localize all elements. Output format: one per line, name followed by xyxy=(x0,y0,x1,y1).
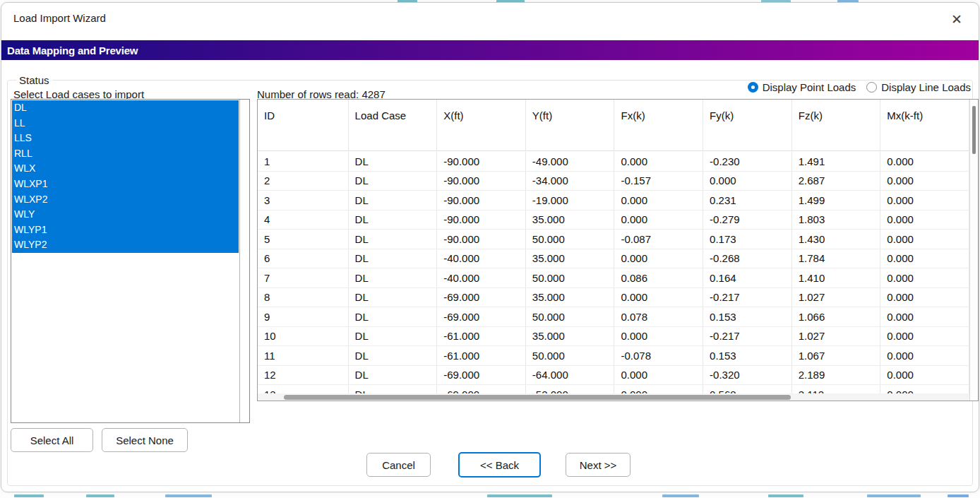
table-cell: 0.000 xyxy=(880,211,969,230)
table-cell: 35.000 xyxy=(526,288,615,307)
table-cell: 0.000 xyxy=(703,172,792,191)
background-artifact xyxy=(662,494,699,497)
column-header[interactable]: Fx(k) xyxy=(614,100,703,150)
column-header[interactable]: Fz(k) xyxy=(792,100,881,150)
table-row[interactable]: 10DL-61.00035.0000.000-0.2171.0270.000 xyxy=(258,327,969,347)
load-case-item[interactable]: LLS xyxy=(12,131,239,146)
table-cell: 0.000 xyxy=(880,172,969,191)
table-cell: 0.000 xyxy=(880,327,969,346)
table-cell: DL xyxy=(349,268,438,287)
horizontal-scrollbar[interactable] xyxy=(258,393,969,401)
column-header[interactable]: Load Case xyxy=(349,100,438,150)
column-header[interactable]: X(ft) xyxy=(437,100,526,150)
table-cell: 2 xyxy=(258,172,349,191)
table-cell: 0.000 xyxy=(614,152,703,171)
table-row[interactable]: 12DL-69.000-64.0000.000-0.3202.1890.000 xyxy=(258,366,969,386)
back-button[interactable]: << Back xyxy=(458,452,541,478)
table-cell: 2.189 xyxy=(792,366,881,385)
table-cell: -61.000 xyxy=(437,327,526,346)
table-cell: -61.000 xyxy=(437,346,526,365)
table-row[interactable]: 2DL-90.000-34.000-0.1570.0002.6870.000 xyxy=(258,172,969,191)
display-point-loads-radio[interactable]: Display Point Loads xyxy=(748,81,856,93)
load-case-items: DLLLLLSRLLWLXWLXP1WLXP2WLYWLYP1WLYP2 xyxy=(12,100,239,253)
table-cell: -90.000 xyxy=(437,172,526,191)
table-row[interactable]: 8DL-69.00035.0000.000-0.2171.0270.000 xyxy=(258,288,969,308)
load-case-item[interactable]: WLX xyxy=(12,161,239,177)
table-cell: 7 xyxy=(258,268,349,287)
table-cell: 50.000 xyxy=(526,268,615,287)
horizontal-scrollbar-thumb[interactable] xyxy=(284,395,791,400)
table-row[interactable]: 1DL-90.000-49.0000.000-0.2301.4910.000 xyxy=(258,152,969,172)
table-cell: -40.000 xyxy=(437,249,526,268)
next-button[interactable]: Next >> xyxy=(566,453,631,477)
load-case-item[interactable]: WLYP2 xyxy=(12,237,239,253)
table-cell: -0.268 xyxy=(703,249,792,268)
background-artifact xyxy=(948,494,969,497)
vertical-scrollbar-thumb[interactable] xyxy=(972,106,976,154)
close-button[interactable]: ✕ xyxy=(946,8,967,30)
table-cell: 0.164 xyxy=(703,268,792,287)
table-row[interactable]: 7DL-40.00050.0000.0860.1641.4100.000 xyxy=(258,268,969,288)
table-row[interactable]: 5DL-90.00050.000-0.0870.1731.4300.000 xyxy=(258,230,969,249)
table-cell: 1.491 xyxy=(792,152,881,171)
table-cell: 0.000 xyxy=(880,268,969,287)
table-cell: -0.217 xyxy=(703,327,792,346)
table-cell: DL xyxy=(349,191,438,210)
table-cell: 1.410 xyxy=(792,268,881,287)
cancel-button[interactable]: Cancel xyxy=(366,453,431,477)
table-row[interactable]: 6DL-40.00035.0000.000-0.2681.7840.000 xyxy=(258,249,969,269)
load-case-item[interactable]: WLY xyxy=(12,207,239,223)
column-header[interactable]: Fy(k) xyxy=(703,100,792,150)
table-cell: 1.067 xyxy=(792,346,881,365)
table-cell: 0.000 xyxy=(880,346,969,365)
column-header[interactable]: Mx(k-ft) xyxy=(880,100,969,150)
table-cell: 35.000 xyxy=(526,327,615,346)
table-cell: 1.430 xyxy=(792,230,881,249)
table-cell: 1.066 xyxy=(792,307,881,326)
load-import-wizard-dialog: Load Import Wizard ✕ Data Mapping and Pr… xyxy=(1,2,979,492)
wizard-step-title: Data Mapping and Preview xyxy=(1,45,138,57)
table-cell: DL xyxy=(349,327,438,346)
table-cell: 50.000 xyxy=(526,346,615,365)
background-artifact xyxy=(86,494,114,497)
select-none-button[interactable]: Select None xyxy=(102,428,188,452)
table-cell: 0.000 xyxy=(880,249,969,268)
table-cell: 0.086 xyxy=(614,268,703,287)
table-cell: 2.687 xyxy=(792,172,881,191)
table-cell: -0.279 xyxy=(703,211,792,230)
table-cell: 10 xyxy=(258,327,349,346)
table-cell: -0.320 xyxy=(703,366,792,385)
table-cell: -69.000 xyxy=(437,288,526,307)
table-cell: -69.000 xyxy=(437,307,526,326)
status-group-label: Status xyxy=(16,74,52,86)
table-row[interactable]: 9DL-69.00050.0000.0780.1531.0660.000 xyxy=(258,307,969,327)
column-header[interactable]: ID xyxy=(258,100,349,150)
column-header[interactable]: Y(ft) xyxy=(526,100,615,150)
display-point-loads-label: Display Point Loads xyxy=(763,81,856,93)
table-cell: DL xyxy=(349,249,438,268)
background-artifact xyxy=(768,494,803,497)
load-case-item[interactable]: WLXP1 xyxy=(12,177,239,192)
table-cell: -0.078 xyxy=(614,346,703,365)
table-cell: 5 xyxy=(258,230,349,249)
display-line-loads-radio[interactable]: Display Line Loads xyxy=(866,81,971,93)
load-case-listbox[interactable]: DLLLLLSRLLWLXWLXP1WLXP2WLYWLYP1WLYP2 xyxy=(11,99,250,423)
table-row[interactable]: 4DL-90.00035.0000.000-0.2791.8030.000 xyxy=(258,211,969,230)
table-cell: -0.217 xyxy=(703,288,792,307)
select-all-button[interactable]: Select All xyxy=(11,428,93,452)
load-case-item[interactable]: WLXP2 xyxy=(12,192,239,208)
table-cell: 11 xyxy=(258,346,349,365)
load-case-item[interactable]: DL xyxy=(12,100,239,116)
load-case-item[interactable]: LL xyxy=(12,116,239,131)
table-cell: 0.000 xyxy=(880,366,969,385)
table-header-row: IDLoad CaseX(ft)Y(ft)Fx(k)Fy(k)Fz(k)Mx(k… xyxy=(258,100,969,151)
vertical-scrollbar[interactable] xyxy=(969,100,978,401)
load-case-item[interactable]: WLYP1 xyxy=(12,223,239,238)
table-cell: 1.784 xyxy=(792,249,881,268)
load-case-item[interactable]: RLL xyxy=(12,146,239,162)
table-cell: DL xyxy=(349,152,438,171)
table-cell: 9 xyxy=(258,307,349,326)
table-row[interactable]: 11DL-61.00050.000-0.0780.1531.0670.000 xyxy=(258,346,969,366)
table-row[interactable]: 3DL-90.000-19.0000.0000.2311.4990.000 xyxy=(258,191,969,211)
table-cell: 0.000 xyxy=(614,211,703,230)
